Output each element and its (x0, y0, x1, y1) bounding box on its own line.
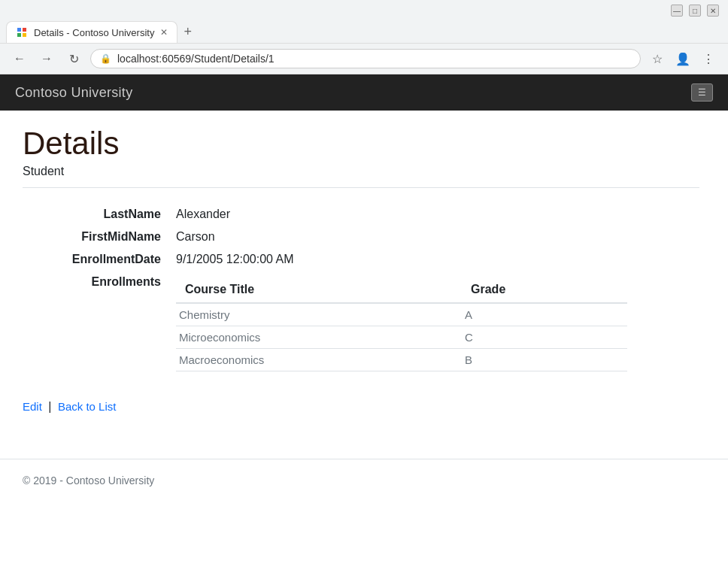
first-mid-name-label: FirstMidName (23, 226, 173, 248)
back-button[interactable]: ← (9, 48, 30, 69)
minimize-button[interactable]: — (671, 5, 683, 17)
browser-toolbar: ← → ↻ 🔒 localhost:60569/Student/Details/… (0, 43, 728, 74)
last-name-value: Alexander (173, 203, 699, 226)
tab-title: Details - Contoso University (34, 27, 154, 38)
enrollment-grade: B (462, 349, 627, 371)
page-title: Details (23, 126, 699, 162)
tab-favicon (16, 26, 28, 38)
enrollments-table: Course Title Grade ChemistryAMicroeconom… (176, 278, 627, 371)
profile-button[interactable]: 👤 (672, 48, 693, 69)
enrollments-value: Course Title Grade ChemistryAMicroeconom… (173, 271, 699, 376)
app-brand[interactable]: Contoso University (15, 85, 132, 101)
enrollment-grade: C (462, 326, 627, 349)
forward-button[interactable]: → (36, 48, 57, 69)
maximize-button[interactable]: □ (689, 5, 701, 17)
tab-close-button[interactable]: ✕ (160, 27, 168, 38)
bookmark-button[interactable]: ☆ (647, 48, 668, 69)
enrollment-row: ChemistryA (176, 303, 627, 326)
close-button[interactable]: ✕ (707, 5, 719, 17)
last-name-row: LastName Alexander (23, 203, 699, 226)
col-grade: Grade (462, 278, 627, 303)
browser-titlebar: — □ ✕ (0, 0, 728, 21)
last-name-label: LastName (23, 203, 173, 226)
enrollments-label: Enrollments (23, 271, 173, 376)
svg-rect-2 (17, 33, 21, 37)
action-links: Edit | Back to List (23, 394, 699, 414)
first-mid-name-value: Carson (173, 226, 699, 248)
active-tab[interactable]: Details - Contoso University ✕ (6, 21, 177, 43)
menu-button[interactable]: ⋮ (698, 48, 719, 69)
link-separator: | (48, 400, 51, 413)
navbar-toggle-button[interactable]: ☰ (691, 83, 713, 102)
new-tab-button[interactable]: + (177, 21, 198, 43)
enrollment-row: MacroeconomicsB (176, 349, 627, 371)
enrollments-header-row: Course Title Grade (176, 278, 627, 303)
svg-rect-0 (17, 28, 21, 32)
address-bar[interactable]: 🔒 localhost:60569/Student/Details/1 (90, 49, 641, 68)
enrollments-row: Enrollments Course Title Grade Chemistry… (23, 271, 699, 376)
footer: © 2019 - Contoso University (0, 459, 728, 502)
footer-text: © 2019 - Contoso University (23, 474, 154, 487)
svg-rect-1 (23, 28, 26, 32)
enrollment-date-row: EnrollmentDate 9/1/2005 12:00:00 AM (23, 248, 699, 271)
browser-chrome: — □ ✕ Details - Contoso University ✕ + ←… (0, 0, 728, 74)
svg-rect-3 (23, 33, 26, 37)
app-navbar: Contoso University ☰ (0, 74, 728, 111)
main-content: Details Student LastName Alexander First… (0, 111, 722, 444)
enrollment-row: MicroeconomicsC (176, 326, 627, 349)
lock-icon: 🔒 (100, 53, 111, 64)
enrollment-course: Chemistry (176, 303, 462, 326)
window-controls: — □ ✕ (671, 5, 719, 17)
toolbar-right: ☆ 👤 ⋮ (647, 48, 719, 69)
back-to-list-link[interactable]: Back to List (58, 400, 117, 413)
enrollment-date-value: 9/1/2005 12:00:00 AM (173, 248, 699, 271)
url-text: localhost:60569/Student/Details/1 (117, 53, 631, 65)
enrollment-date-label: EnrollmentDate (23, 248, 173, 271)
details-table: LastName Alexander FirstMidName Carson E… (23, 203, 699, 376)
first-mid-name-row: FirstMidName Carson (23, 226, 699, 248)
col-course-title: Course Title (176, 278, 462, 303)
content-divider (23, 187, 699, 188)
refresh-button[interactable]: ↻ (63, 48, 84, 69)
page-subtitle: Student (23, 165, 699, 178)
edit-link[interactable]: Edit (23, 400, 42, 413)
enrollment-grade: A (462, 303, 627, 326)
enrollment-course: Microeconomics (176, 326, 462, 349)
enrollment-course: Macroeconomics (176, 349, 462, 371)
tab-bar: Details - Contoso University ✕ + (0, 21, 728, 43)
